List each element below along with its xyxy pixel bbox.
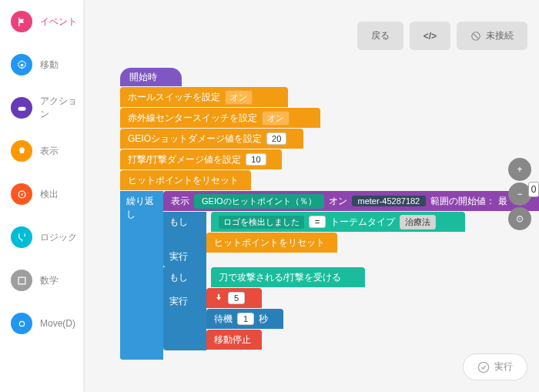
cat-math[interactable]: 数学 (0, 259, 83, 302)
hat-block[interactable]: 開始時 (120, 68, 182, 86)
cat-move[interactable]: 移動 (0, 43, 83, 86)
svg-rect-1 (18, 106, 25, 110)
value-input[interactable]: 10 (246, 153, 266, 166)
set-strike-damage-block[interactable]: 打撃/打撃ダメージ値を設定10 (120, 149, 282, 169)
cat-label: イベント (40, 15, 77, 28)
cat-label: 移動 (40, 59, 59, 72)
cat-action[interactable]: アクション (0, 86, 83, 129)
dropdown-on[interactable]: オン (262, 111, 290, 126)
dropdown-on[interactable]: オン (225, 90, 253, 105)
svg-point-7 (478, 362, 488, 372)
back-button[interactable]: 戻る (357, 22, 403, 50)
math-icon (11, 270, 32, 291)
svg-point-3 (21, 193, 23, 196)
gamepad-icon (11, 97, 32, 119)
cat-moved[interactable]: Move(D) (0, 302, 83, 345)
exec-label: 実行 (169, 250, 200, 263)
disconnected-icon (470, 31, 481, 42)
bulb-icon (11, 140, 32, 162)
category-sidebar: イベント 移動 アクション 表示 検出 ロジック 数学 Move(D) (0, 0, 83, 392)
loop-label: 繰り返し (126, 195, 157, 221)
heal-dropdown[interactable]: 治療法 (400, 215, 436, 230)
svg-point-0 (20, 63, 23, 66)
condition-sword-attack[interactable]: 刀で攻撃される/打撃を受ける (211, 267, 365, 287)
zoom-center-button[interactable]: ⊙ (508, 207, 531, 230)
eq-op: = (309, 216, 326, 228)
if-label: もし (169, 216, 200, 229)
cat-logic[interactable]: ロジック (0, 216, 83, 259)
if-block-2[interactable]: もし実行 刀で攻撃される/打撃を受ける 5 待機1秒 移動停止 (163, 267, 539, 350)
cat-label: 数学 (40, 274, 59, 287)
cat-label: Move(D) (40, 318, 75, 329)
value-input[interactable]: 5 (228, 292, 245, 304)
cat-label: ロジック (40, 231, 77, 244)
edge-value[interactable]: 0 (528, 182, 539, 197)
cat-label: 検出 (40, 188, 59, 201)
cat-event[interactable]: イベント (0, 0, 83, 43)
set-shot-damage-block[interactable]: GEIOショットダメージ値を設定20 (120, 129, 303, 149)
wait-block[interactable]: 待機1秒 (206, 309, 283, 329)
zoom-in-button[interactable]: + (508, 158, 531, 181)
svg-point-5 (19, 321, 24, 326)
stop-move-block[interactable]: 移動停止 (206, 330, 262, 350)
reset-hp-block-2[interactable]: ヒットポイントをリセット (206, 233, 337, 253)
display-block[interactable]: 表示 GEIOのヒットポイント（％） オン meter-45287182 範囲の… (163, 191, 539, 211)
workspace[interactable]: 開始時 ホールスイッチを設定オン 赤外線センタースイッチを設定オン GEIOショ… (83, 0, 539, 392)
set-ir-switch-block[interactable]: 赤外線センタースイッチを設定オン (120, 108, 320, 128)
run-button[interactable]: 実行 (463, 353, 527, 380)
gear-icon (11, 54, 32, 75)
hp-reporter[interactable]: GEIOのヒットポイント（％） (194, 194, 324, 209)
set-hall-switch-block[interactable]: ホールスイッチを設定オン (120, 87, 288, 107)
decrement-block[interactable]: 5 (206, 288, 262, 308)
exec-label: 実行 (169, 295, 200, 308)
if-label: もし (169, 271, 200, 284)
target-icon (11, 183, 32, 205)
cat-detect[interactable]: 検出 (0, 173, 83, 216)
condition-logo-detected[interactable]: ロゴを検出しました = トーテムタイプ 治療法 (211, 212, 465, 232)
down-arrow-icon (214, 293, 223, 304)
meter-dropdown[interactable]: meter-45287182 (352, 196, 427, 206)
cat-label: 表示 (40, 145, 59, 158)
block-stack[interactable]: 開始時 ホールスイッチを設定オン 赤外線センタースイッチを設定オン GEIOショ… (120, 68, 539, 360)
cat-label: アクション (40, 95, 83, 121)
value-input[interactable]: 20 (266, 132, 286, 145)
branch-icon (11, 226, 32, 248)
flag-icon (11, 11, 32, 32)
check-icon (477, 361, 490, 374)
value-input[interactable]: 1 (237, 313, 254, 325)
connection-button[interactable]: 未接続 (457, 22, 527, 50)
forever-loop-block[interactable]: 繰り返し 表示 GEIOのヒットポイント（％） オン meter-4528718… (120, 191, 539, 360)
code-button[interactable]: </> (410, 22, 450, 50)
if-block-1[interactable]: もし実行 ロゴを検出しました = トーテムタイプ 治療法 ヒットポイントをリセッ… (163, 212, 539, 267)
cat-display[interactable]: 表示 (0, 129, 83, 173)
topbar: 戻る </> 未接続 (357, 22, 527, 50)
logo-detected-reporter[interactable]: ロゴを検出しました (219, 216, 304, 229)
svg-rect-4 (18, 277, 25, 284)
gear-icon (11, 313, 32, 334)
reset-hp-block[interactable]: ヒットポイントをリセット (120, 170, 251, 190)
